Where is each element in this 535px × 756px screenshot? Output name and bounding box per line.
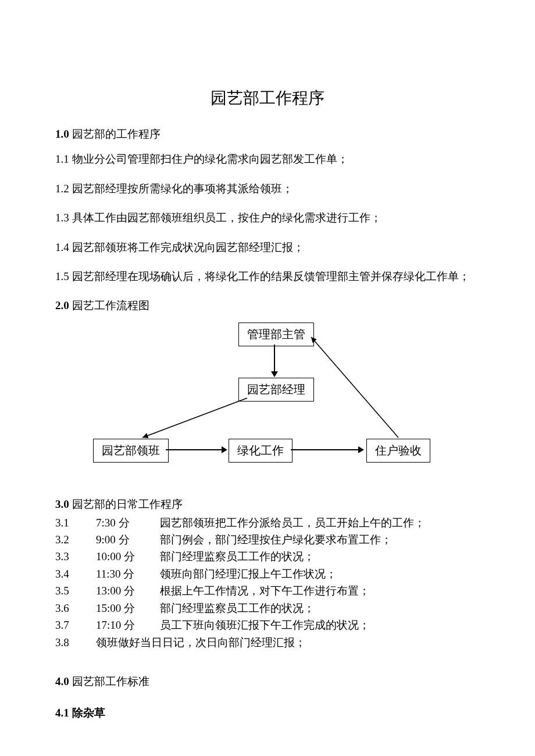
section-1-title: 园艺部的工作程序: [69, 128, 160, 140]
schedule-row: 3.17:30 分园艺部领班把工作分派给员工，员工开始上午的工作；: [55, 514, 480, 531]
svg-line-0: [142, 398, 247, 438]
svg-line-1: [311, 337, 398, 438]
section-4-1-heading: 4.1 除杂草: [55, 705, 480, 721]
section-2-heading: 2.0 园艺工作流程图: [55, 298, 480, 313]
schedule-row: 3.717:10 分员工下班向领班汇报下午工作完成的状况；: [55, 617, 480, 633]
schedule-list: 3.17:30 分园艺部领班把工作分派给员工，员工开始上午的工作； 3.29:0…: [55, 514, 480, 651]
section-1-number: 1.0: [55, 128, 69, 140]
section-3-title: 园艺部的日常工作程序: [69, 498, 183, 510]
section-4-heading: 4.0 园艺部工作标准: [55, 674, 480, 689]
document-page: 园艺部工作程序 1.0 园艺部的工作程序 1.1 物业分公司管理部扫住户的绿化需…: [0, 0, 535, 755]
item-1-2: 1.2 园艺部经理按所需绿化的事项将其派给领班；: [55, 181, 480, 198]
schedule-row: 3.310:00 分部门经理监察员工工作的状况；: [55, 548, 480, 565]
section-4-title: 园艺部工作标准: [69, 675, 149, 687]
item-1-4: 1.4 园艺部领班将工作完成状况向园艺部经理汇报；: [55, 239, 480, 256]
schedule-row: 3.29:00 分部门例会，部门经理按住户绿化要求布置工作；: [55, 531, 480, 548]
flow-diagonal-arrows: [81, 323, 454, 479]
section-4-number: 4.0: [55, 675, 69, 687]
section-1-heading: 1.0 园艺部的工作程序: [55, 127, 480, 142]
section-3-number: 3.0: [55, 498, 69, 510]
section-2-title: 园艺工作流程图: [69, 299, 149, 311]
item-1-1: 1.1 物业分公司管理部扫住户的绿化需求向园艺部发工作单；: [55, 151, 480, 168]
item-1-3: 1.3 具体工作由园艺部领班组织员工，按住户的绿化需求进行工作；: [55, 210, 480, 227]
schedule-row: 3.411:30 分领班向部门经理汇报上午工作状况；: [55, 565, 480, 582]
flowchart: 管理部主管 园艺部经理 园艺部领班 绿化工作 住户验收: [81, 323, 454, 479]
section-3-heading: 3.0 园艺部的日常工作程序: [55, 497, 480, 512]
section-2-number: 2.0: [55, 299, 69, 311]
item-1-5: 1.5 园艺部经理在现场确认后，将绿化工作的结果反馈管理部主管并保存绿化工作单；: [55, 268, 480, 285]
schedule-row: 3.615:00 分部门经理监察员工工作的状况；: [55, 600, 480, 617]
schedule-row-last: 3.8领班做好当日日记，次日向部门经理汇报；: [55, 634, 480, 651]
schedule-row: 3.513:00 分根据上午工作情况，对下午工作进行布置；: [55, 582, 480, 599]
page-title: 园艺部工作程序: [55, 87, 480, 109]
